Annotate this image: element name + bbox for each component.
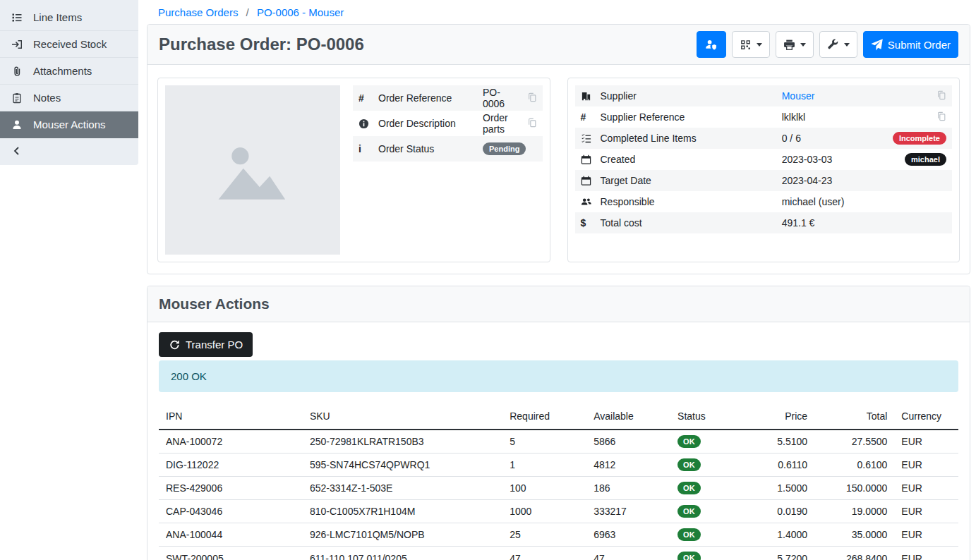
breadcrumb-link-purchase-orders[interactable]: Purchase Orders <box>158 6 238 18</box>
col-header-ipn: IPN <box>159 405 303 430</box>
detail-label: Target Date <box>601 175 782 186</box>
sidebar-item-notes[interactable]: Notes <box>0 85 138 111</box>
note-icon <box>11 92 23 104</box>
detail-row-supplier: Supplier Mouser <box>575 85 953 106</box>
cell-price: 0.0190 <box>750 500 814 523</box>
wrench-icon <box>827 39 839 51</box>
sidebar-collapse-button[interactable] <box>0 138 138 165</box>
cell-sku: 595-SN74HCS74QPWRQ1 <box>303 454 502 477</box>
sign-in-icon <box>11 39 23 50</box>
detail-row-order-status: i Order Status Pending <box>353 136 543 162</box>
cell-required: 1000 <box>502 500 586 523</box>
user-shield-icon <box>705 39 717 51</box>
dollar-icon: $ <box>581 217 601 229</box>
cell-price: 5.7200 <box>750 547 814 560</box>
detail-row-completed-line-items: Completed Line Items 0 / 6 Incomplete <box>575 128 953 149</box>
cell-price: 0.6110 <box>750 454 814 477</box>
mouser-actions-header: Mouser Actions <box>147 286 970 322</box>
page-title: Purchase Order: PO-0006 <box>159 35 364 54</box>
total-cost-value: 491.1 € <box>782 217 815 229</box>
cell-ipn: ANA-100072 <box>159 430 303 454</box>
col-header-currency: Currency <box>894 405 958 430</box>
purchase-order-panel: Purchase Order: PO-0006 <box>147 24 970 274</box>
detail-label: Supplier <box>601 90 782 102</box>
cell-total: 35.0000 <box>814 523 894 547</box>
building-icon <box>581 91 601 102</box>
cell-currency: EUR <box>894 523 958 547</box>
created-date-value: 2023-03-03 <box>782 154 833 165</box>
transfer-po-button[interactable]: Transfer PO <box>159 332 253 357</box>
order-actions-dropdown[interactable] <box>819 31 857 58</box>
detail-label: Order Status <box>378 143 483 154</box>
sidebar-item-line-items[interactable]: Line Items <box>0 4 138 31</box>
send-icon <box>871 39 883 51</box>
chevron-left-icon <box>11 145 23 157</box>
cell-required: 1 <box>502 454 586 477</box>
order-description-value: Order parts <box>483 112 522 135</box>
col-header-price: Price <box>750 405 814 430</box>
ok-badge: OK <box>677 505 701 518</box>
order-image-placeholder[interactable] <box>165 85 340 255</box>
barcode-actions-dropdown[interactable] <box>732 31 770 58</box>
submit-order-button[interactable]: Submit Order <box>863 31 958 58</box>
breadcrumb-link-current-order[interactable]: PO-0006 - Mouser <box>257 6 344 18</box>
copy-icon[interactable] <box>527 92 537 104</box>
cell-currency: EUR <box>894 477 958 500</box>
image-icon <box>207 131 299 209</box>
chevron-down-icon <box>800 43 806 47</box>
cell-sku: 652-3314Z-1-503E <box>303 477 502 500</box>
sidebar-item-attachments[interactable]: Attachments <box>0 58 138 85</box>
user-admin-button[interactable] <box>697 31 726 58</box>
supplier-link[interactable]: Mouser <box>782 90 815 102</box>
transfer-po-label: Transfer PO <box>186 339 243 351</box>
supplier-reference-value: lklklkl <box>782 111 805 123</box>
copy-icon[interactable] <box>527 118 537 130</box>
print-actions-dropdown[interactable] <box>776 31 814 58</box>
hash-icon: # <box>359 92 378 104</box>
cell-total: 0.6100 <box>814 454 894 477</box>
main-content: Purchase Orders / PO-0006 - Mouser Purch… <box>138 0 976 560</box>
sidebar-item-received-stock[interactable]: Received Stock <box>0 31 138 58</box>
sidebar-item-label: Mouser Actions <box>33 118 106 130</box>
created-user-badge: michael <box>905 153 946 166</box>
cell-status: OK <box>670 477 750 500</box>
copy-icon[interactable] <box>936 90 946 102</box>
detail-row-created: Created 2023-03-03 michael <box>575 149 953 170</box>
col-header-sku: SKU <box>303 405 502 430</box>
sidebar-item-mouser-actions[interactable]: Mouser Actions <box>0 111 138 138</box>
breadcrumb: Purchase Orders / PO-0006 - Mouser <box>147 0 970 24</box>
list-check-icon <box>581 133 601 144</box>
table-row: CAP-043046 810-C1005X7R1H104M 1000 33321… <box>159 500 958 523</box>
supplier-info-card: Supplier Mouser # Supplier Reference lkl <box>567 78 960 262</box>
ok-badge: OK <box>677 458 701 471</box>
cell-ipn: RES-429006 <box>159 477 303 500</box>
sidebar-item-label: Received Stock <box>33 38 107 50</box>
order-toolbar: Submit Order <box>697 31 958 58</box>
table-row: ANA-100072 250-72981KLRATR150B3 5 5866 O… <box>159 430 958 454</box>
cell-total: 27.5500 <box>814 430 894 454</box>
cell-available: 186 <box>586 477 670 500</box>
cell-price: 5.5100 <box>750 430 814 454</box>
chevron-down-icon <box>844 43 850 47</box>
printer-icon <box>783 39 795 51</box>
users-icon <box>581 197 601 207</box>
cell-price: 1.5000 <box>750 477 814 500</box>
detail-label: Created <box>601 154 782 165</box>
status-alert: 200 OK <box>159 360 958 392</box>
line-items-table: IPN SKU Required Available Status Price … <box>159 405 958 560</box>
mouser-actions-panel: Mouser Actions Transfer PO 200 OK <box>147 286 970 560</box>
detail-label: Total cost <box>601 217 782 229</box>
cell-total: 268.8400 <box>814 547 894 560</box>
order-info-card: # Order Reference PO-0006 <box>157 78 550 262</box>
cell-status: OK <box>670 430 750 454</box>
submit-order-label: Submit Order <box>888 39 951 51</box>
sidebar-item-label: Attachments <box>33 65 92 77</box>
table-row: RES-429006 652-3314Z-1-503E 100 186 OK 1… <box>159 477 958 500</box>
info-icon: i <box>359 143 378 154</box>
copy-icon[interactable] <box>936 111 946 123</box>
detail-row-supplier-reference: # Supplier Reference lklklkl <box>575 106 953 128</box>
ok-badge: OK <box>677 528 701 541</box>
detail-label: Order Description <box>378 118 483 129</box>
cell-ipn: ANA-100044 <box>159 523 303 547</box>
detail-label: Responsible <box>601 196 782 207</box>
